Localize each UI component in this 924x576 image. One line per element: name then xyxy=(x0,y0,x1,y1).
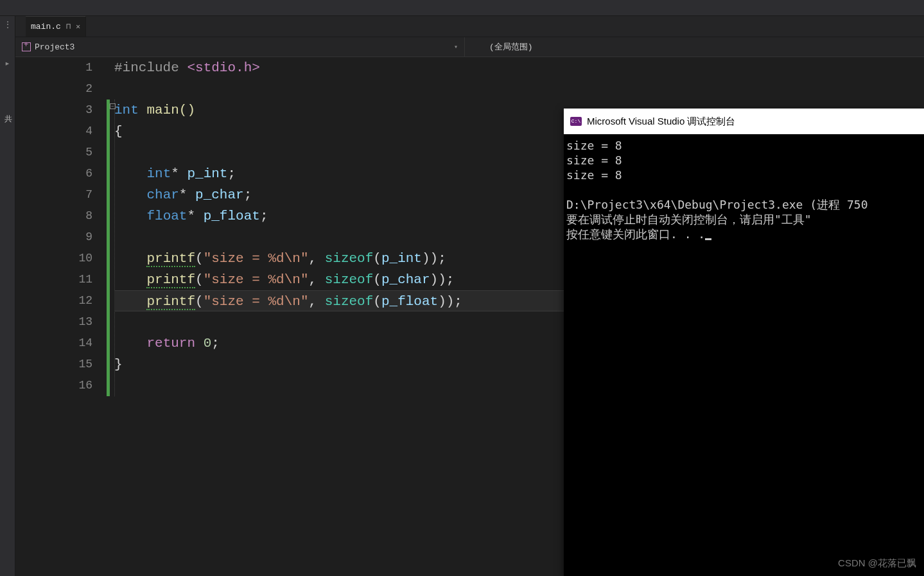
scope-selector-project[interactable]: Project3 ▾ xyxy=(15,37,465,57)
editor-tab-bar: main.c ⊓ ✕ xyxy=(15,16,924,37)
tab-filename: main.c xyxy=(31,22,61,31)
line-number: 13 xyxy=(15,311,92,333)
file-tab-main-c[interactable]: main.c ⊓ ✕ xyxy=(26,16,86,37)
console-line: size = 8 xyxy=(566,153,921,168)
project-name: Project3 xyxy=(35,42,74,52)
console-title-bar[interactable]: C:\ Microsoft Visual Studio 调试控制台 xyxy=(564,109,924,134)
line-number: 6 xyxy=(15,163,92,184)
line-number: 9 xyxy=(15,227,92,248)
console-title: Microsoft Visual Studio 调试控制台 xyxy=(587,116,735,128)
code-line[interactable] xyxy=(114,78,924,100)
line-number: 1 xyxy=(15,57,92,78)
collapse-icon[interactable]: ▸ xyxy=(1,57,14,70)
console-line: size = 8 xyxy=(566,138,921,153)
line-number: 2 xyxy=(15,78,92,100)
debug-console-window[interactable]: C:\ Microsoft Visual Studio 调试控制台 size =… xyxy=(564,109,924,576)
line-number: 3 xyxy=(15,100,92,121)
chevron-down-icon: ▾ xyxy=(454,43,458,51)
line-number-gutter: 1 2 3 4 5 6 7 8 9 10 11 12 13 14 15 16 xyxy=(15,57,105,576)
left-sidebar: ⋮ ▸ 共 xyxy=(0,16,15,576)
navigation-bar: Project3 ▾ (全局范围) xyxy=(15,37,924,57)
console-line: 要在调试停止时自动关闭控制台，请启用"工具" xyxy=(566,212,921,227)
line-number: 10 xyxy=(15,248,92,269)
line-number: 8 xyxy=(15,205,92,227)
toolbar-strip xyxy=(0,0,924,16)
cursor-icon xyxy=(705,238,711,240)
line-number: 16 xyxy=(15,375,92,396)
vs-icon: C:\ xyxy=(570,117,582,126)
editor-margin: − xyxy=(105,57,114,576)
change-indicator xyxy=(107,100,110,396)
line-number: 15 xyxy=(15,354,92,375)
console-line: 按任意键关闭此窗口. . . xyxy=(566,227,921,241)
line-number: 7 xyxy=(15,184,92,205)
scope-selector-member[interactable]: (全局范围) xyxy=(465,37,539,57)
line-number: 14 xyxy=(15,333,92,354)
console-line: size = 8 xyxy=(566,168,921,182)
line-number: 4 xyxy=(15,121,92,142)
sidebar-handle-icon[interactable]: ⋮ xyxy=(1,19,14,31)
pin-icon[interactable]: ⊓ xyxy=(66,22,71,31)
console-output[interactable]: size = 8size = 8size = 8 D:\Project3\x64… xyxy=(564,134,924,245)
console-blank xyxy=(566,182,921,197)
line-number: 12 xyxy=(15,290,92,311)
scope-label: (全局范围) xyxy=(489,41,533,53)
watermark: CSDN @花落已飘 xyxy=(838,557,916,570)
line-number: 5 xyxy=(15,142,92,163)
line-number: 11 xyxy=(15,269,92,290)
console-line: D:\Project3\x64\Debug\Project3.exe (进程 7… xyxy=(566,197,921,212)
project-icon xyxy=(22,42,31,51)
code-line[interactable]: #include <stdio.h> xyxy=(114,57,924,78)
close-icon[interactable]: ✕ xyxy=(76,22,80,31)
